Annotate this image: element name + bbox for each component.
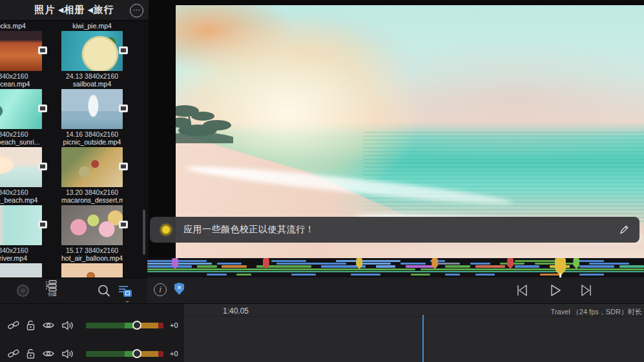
minimap-marker-pin[interactable] [573, 258, 579, 269]
media-thumbnail[interactable] [61, 89, 123, 129]
layers-stack-icon [46, 280, 59, 292]
speaker-icon [61, 320, 74, 331]
search-icon [97, 284, 111, 298]
media-thumbnail[interactable] [0, 31, 42, 71]
minimap-clip [291, 274, 316, 276]
breadcrumb[interactable]: 照片 ◂相册 ◂旅行 [0, 4, 149, 16]
media-item[interactable]: kiwi_pie.mp424.13 3840x2160 [61, 22, 123, 79]
media-item[interactable]: sailboat.mp414.16 3840x2160 [61, 80, 123, 137]
minimap-clip [445, 265, 470, 268]
media-item[interactable]: tiful_beach_sunri...3840x2160 [0, 138, 42, 196]
minimap-clip [445, 274, 460, 276]
lock-icon [26, 348, 36, 359]
minimap-clip [619, 265, 644, 268]
minimap-marker-pin[interactable] [507, 258, 514, 269]
media-thumbnail[interactable] [0, 205, 42, 245]
media-item[interactable]: _ocean.mp43840x2160 [0, 80, 42, 137]
more-options-button[interactable]: ⋯ [130, 4, 143, 17]
minimap-clip [411, 274, 431, 276]
minimap-clip [236, 274, 251, 276]
sea-texture [363, 132, 644, 223]
project-info: Travel （24 fps，SDR）时长 [551, 307, 642, 317]
media-thumbnail[interactable] [61, 31, 123, 71]
media-thumbnail[interactable] [61, 147, 123, 187]
lock-icon [26, 320, 36, 331]
create-label: 创建 [41, 291, 63, 297]
timeline-overview[interactable] [147, 258, 644, 277]
toggle-visibility-button[interactable] [42, 321, 55, 330]
skip-start-icon [514, 283, 530, 297]
minimap-clip [470, 263, 490, 265]
media-item[interactable]: macarons_dessert.mp415.17 3840x2160 [61, 196, 123, 254]
media-type-badge-icon [119, 221, 128, 228]
shield-badge-icon[interactable]: ✕ [174, 283, 184, 295]
media-library-panel: 照片 ◂相册 ◂旅行 ⋯ ocks.mp43840x2160kiwi_pie.m… [0, 0, 149, 303]
gain-knob[interactable] [132, 349, 141, 358]
minimap-clip [271, 260, 306, 262]
media-thumbnail[interactable] [0, 89, 42, 129]
gain-knob[interactable] [132, 321, 141, 330]
minimap-clip [376, 265, 396, 268]
minimap-clip [559, 268, 644, 270]
mute-track-button[interactable] [61, 348, 74, 359]
toggle-visibility-button[interactable] [42, 349, 55, 358]
skip-end-icon [579, 283, 594, 297]
audio-gain-slider[interactable] [86, 323, 163, 328]
lock-track-button[interactable] [26, 348, 36, 359]
link-clips-button[interactable] [8, 320, 19, 330]
media-filename: tiful_beach_sunri... [0, 138, 42, 146]
minimap-clip [540, 274, 560, 276]
eye-icon [42, 349, 55, 358]
media-filename: ream_beach.mp4 [0, 196, 42, 205]
minimap-clip [515, 265, 539, 268]
info-button[interactable]: i [154, 283, 167, 296]
media-filename: macarons_dessert.mp4 [61, 196, 123, 205]
lock-track-button[interactable] [26, 320, 36, 331]
create-button[interactable]: 创建 [41, 280, 63, 297]
minimap-clip [579, 265, 614, 268]
media-filename: picnic_outside.mp4 [61, 138, 123, 146]
eye-icon [42, 321, 55, 330]
link-clips-button[interactable] [8, 348, 19, 359]
playhead-line[interactable] [422, 315, 424, 362]
minimap-clip [197, 265, 217, 268]
media-filename: sailboat.mp4 [61, 80, 123, 88]
media-type-badge-icon [38, 163, 47, 170]
yellow-status-dot-icon [160, 224, 172, 236]
media-type-badge-icon [38, 105, 47, 112]
video-editor-app: 照片 ◂相册 ◂旅行 ⋯ ocks.mp43840x2160kiwi_pie.m… [0, 0, 644, 362]
minimap-clip [147, 271, 644, 272]
minimap-clip [515, 260, 559, 262]
media-item[interactable]: picnic_outside.mp413.20 3840x2160 [61, 138, 123, 196]
gain-value: +0 [170, 350, 178, 357]
minimap-clip [435, 263, 460, 265]
media-filename: _ocean.mp4 [0, 80, 42, 88]
media-filename: ocks.mp4 [0, 22, 42, 30]
media-item[interactable]: ocks.mp43840x2160 [0, 22, 42, 79]
skip-to-end-button[interactable] [579, 283, 594, 297]
edit-comment-button[interactable] [619, 224, 629, 235]
comment-bar[interactable]: 应用一些颜色校正以使其流行！ [150, 217, 639, 243]
minimap-clip [406, 265, 435, 268]
link-icon [8, 348, 19, 359]
skip-to-start-button[interactable] [514, 283, 530, 297]
mute-track-button[interactable] [61, 320, 74, 331]
media-thumbnail[interactable] [61, 205, 123, 245]
search-button[interactable] [97, 284, 111, 298]
minimap-clip [475, 274, 495, 276]
minimap-clip [207, 274, 227, 276]
play-icon [548, 283, 562, 297]
audio-gain-slider[interactable] [86, 351, 163, 357]
media-thumbnail[interactable] [0, 147, 42, 187]
minimap-clip [351, 274, 380, 276]
record-button[interactable] [17, 285, 29, 297]
sidebar-scrollbar[interactable] [143, 210, 145, 255]
library-breadcrumb-bar: 照片 ◂相册 ◂旅行 ⋯ [0, 0, 149, 21]
media-item[interactable]: ream_beach.mp43840x2160 [0, 196, 42, 254]
media-type-badge-icon [38, 221, 47, 228]
panel-collapse-handle[interactable]: ⌄ [120, 298, 134, 304]
transport-bar: i ✕ [147, 277, 644, 303]
media-type-badge-icon [119, 105, 128, 112]
track-row: +0 [0, 316, 184, 334]
play-button[interactable] [548, 283, 562, 297]
